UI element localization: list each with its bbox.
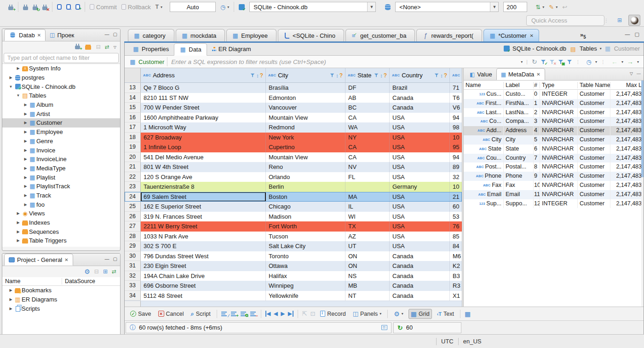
cell-address[interactable]: 801 W 4th Street xyxy=(141,162,266,172)
remove-filter-icon[interactable]: ✕ xyxy=(550,59,555,64)
cell-address[interactable]: 541 Del Medio Avenue xyxy=(141,152,266,162)
editor-tab[interactable]: rewards_report( xyxy=(416,29,482,41)
project-tree-item[interactable]: ▶ ER Diagrams xyxy=(2,295,120,304)
cell-state[interactable]: MA xyxy=(345,192,390,202)
cell-tablename[interactable]: Customer xyxy=(578,162,610,172)
breadcrumb-table[interactable]: Customer xyxy=(614,45,640,52)
custom-filter-icon[interactable] xyxy=(567,59,572,64)
cell-country[interactable]: Canada xyxy=(390,251,450,261)
refresh-icon[interactable]: ↻ xyxy=(532,58,537,65)
cell-tablename[interactable]: Customer xyxy=(578,135,610,145)
cell-address[interactable]: 120 S Orange Ave xyxy=(141,172,266,182)
cell-label[interactable]: Custo... xyxy=(504,90,534,99)
maximize-icon[interactable]: ▢ xyxy=(113,32,117,37)
cell-city[interactable]: Cupertino xyxy=(266,142,345,152)
next-row-icon[interactable]: ▶ xyxy=(281,311,285,317)
cell-state[interactable]: FL xyxy=(345,172,390,182)
cell-maxlength[interactable]: 2,147,483 xyxy=(610,108,644,117)
cell-tablename[interactable]: Customer xyxy=(578,172,610,181)
link-with-editor-icon[interactable]: ⇄ xyxy=(105,44,109,50)
sort-icon[interactable]: ↕ xyxy=(380,73,383,78)
row-number[interactable]: 24 xyxy=(125,192,141,202)
editor-tab[interactable]: mockdata xyxy=(176,29,225,41)
tab-database-navigator[interactable]: Datab ✕ xyxy=(4,29,46,41)
expand-arrow[interactable]: ▶ xyxy=(23,148,29,152)
row-number[interactable]: 34 xyxy=(125,291,141,301)
metadata-row[interactable]: ABCAdd... Address 4 NVARCHAR Customer 2,… xyxy=(464,126,644,135)
row-number[interactable]: 19 xyxy=(125,142,141,152)
cell-number[interactable]: 4 xyxy=(534,126,540,135)
cell-postalcode[interactable]: 10 xyxy=(450,133,462,143)
tree-item[interactable]: ▶ postgres xyxy=(2,73,120,82)
cell-tablename[interactable]: Customer xyxy=(578,99,610,108)
cell-maxlength[interactable]: 2,147,483 xyxy=(610,172,644,181)
cell-number[interactable]: 3 xyxy=(534,117,540,126)
cell-maxlength[interactable]: 2,147,483 xyxy=(610,162,644,172)
tab-er-diagram[interactable]: ER Diagram xyxy=(207,43,256,55)
tab-value[interactable]: Value xyxy=(466,68,496,80)
cell-postalcode[interactable]: 53 xyxy=(450,212,462,222)
last-row-icon[interactable]: ▶ xyxy=(288,311,293,317)
cell-country[interactable]: USA xyxy=(390,152,450,162)
cell-state[interactable]: ON xyxy=(345,251,390,261)
cell-name[interactable]: ABCEmail xyxy=(464,190,504,199)
grid-mode-button[interactable]: ▦ Grid xyxy=(408,309,432,319)
sql-editor-new-icon[interactable]: + xyxy=(75,4,80,10)
history-button[interactable]: ◷ ▾ xyxy=(220,4,229,11)
close-icon[interactable]: ✕ xyxy=(64,257,68,262)
expand-arrow[interactable]: ▶ xyxy=(8,307,14,311)
cell-address[interactable]: 1600 Amphitheatre Parkway xyxy=(141,113,266,123)
metadata-row[interactable]: ABCPost... Postal... 8 NVARCHAR Customer… xyxy=(464,162,644,172)
column-header-name[interactable]: Name xyxy=(2,278,62,284)
project-tree-item[interactable]: ▶ Bookmarks xyxy=(2,286,120,295)
fetch-all-icon[interactable]: ⊡ xyxy=(310,310,315,317)
cell-address[interactable]: 1033 N Park Ave xyxy=(141,232,266,242)
row-number[interactable]: 25 xyxy=(125,202,141,212)
panels-button[interactable]: ◫ Panels ▾ xyxy=(351,309,384,318)
metadata-row[interactable]: ABCCo... Compa... 3 NVARCHAR Customer 2,… xyxy=(464,117,644,126)
cell-maxlength[interactable]: 2,147,483 xyxy=(610,117,644,126)
cell-tablename[interactable]: Customer xyxy=(578,145,610,154)
cell-address[interactable]: 1 Microsoft Way xyxy=(141,122,266,133)
cell-type[interactable]: NVARCHAR xyxy=(540,108,578,117)
cell-postalcode[interactable]: 85 xyxy=(450,232,462,242)
cell-postalcode[interactable]: 32 xyxy=(450,172,462,182)
maximize-icon[interactable]: ▢ xyxy=(635,31,639,37)
apply-filter-icon[interactable]: ✓ xyxy=(541,59,546,64)
cell-city[interactable]: Edmonton xyxy=(266,93,345,103)
chevron-down-icon[interactable]: ▾ xyxy=(637,60,639,64)
row-number[interactable]: 17 xyxy=(125,122,141,133)
cell-city[interactable]: Chicago xyxy=(266,202,345,212)
cell-address[interactable]: 1 Infinite Loop xyxy=(141,142,266,152)
cell-country[interactable]: Canada xyxy=(390,291,450,301)
row-number[interactable]: 33 xyxy=(125,281,141,291)
row-number[interactable]: 14 xyxy=(125,93,141,103)
calc-panel-icon[interactable]: ▦ xyxy=(465,310,471,318)
cell-label[interactable]: FirstNa... xyxy=(504,99,534,108)
cell-type[interactable]: NVARCHAR xyxy=(540,154,578,163)
save-button[interactable]: ✓ Save xyxy=(128,310,153,318)
tab-data[interactable]: Data xyxy=(174,43,207,56)
cell-number[interactable]: 0 xyxy=(534,90,540,99)
cell-name[interactable]: ABCPhone xyxy=(464,172,504,181)
editor-tab[interactable]: <SQLite - Chino xyxy=(278,29,344,41)
cell-state[interactable]: CA xyxy=(345,142,390,152)
cell-country[interactable]: Canada xyxy=(390,261,450,271)
breadcrumb-tables[interactable]: Tables xyxy=(580,45,597,52)
cell-label[interactable]: State xyxy=(504,145,534,154)
new-connection-icon[interactable]: + xyxy=(75,46,80,49)
cell-country[interactable]: USA xyxy=(390,232,450,242)
cell-country[interactable]: USA xyxy=(390,221,450,232)
cell-tablename[interactable]: Customer xyxy=(578,126,610,135)
expand-arrow[interactable]: ▶ xyxy=(8,75,14,80)
cell-address[interactable]: Qe 7 Bloco G xyxy=(141,83,266,93)
cell-city[interactable]: Boston xyxy=(266,192,345,202)
cell-address[interactable]: 696 Osborne Street xyxy=(141,281,266,291)
expand-arrow[interactable]: ▶ xyxy=(23,193,29,197)
tree-item[interactable]: ▶ Customer xyxy=(2,118,120,128)
text-mode-button[interactable]: ‹T Text xyxy=(435,310,456,318)
tree-item[interactable]: ▶ Views xyxy=(2,209,120,218)
cell-maxlength[interactable]: 2,147,483 xyxy=(610,154,644,163)
dbeaver-perspective-button[interactable] xyxy=(628,15,640,26)
column-header-city[interactable]: ABC City ↕ ? xyxy=(266,68,345,82)
